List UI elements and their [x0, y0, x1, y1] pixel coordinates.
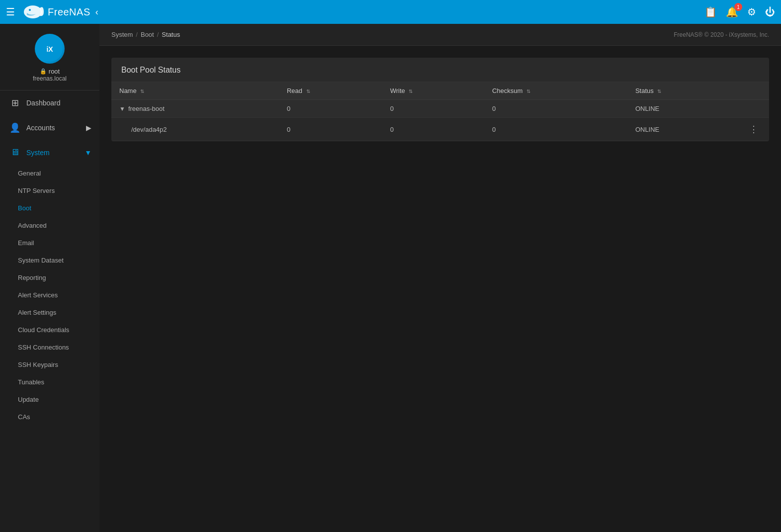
main-layout: iX 🔒 root freenas.local ⊞ Dashboard 👤 Ac… [0, 24, 781, 532]
table-header-row: Name ⇅ Read ⇅ Write ⇅ [111, 82, 769, 100]
table-row: /dev/ada4p2 0 0 0 ONLINE ⋮ [111, 118, 769, 141]
status-sort-icon: ⇅ [657, 89, 661, 94]
breadcrumb-sep-2: / [157, 31, 159, 38]
ix-logo-icon: iX [39, 38, 60, 59]
sidebar-item-ssh-keypairs[interactable]: SSH Keypairs [0, 356, 99, 373]
sidebar-item-email[interactable]: Email [0, 234, 99, 252]
row-name: ▼freenas-boot [111, 100, 279, 118]
sidebar-item-tunables[interactable]: Tunables [0, 373, 99, 391]
name-sort-icon: ⇅ [140, 89, 144, 94]
accounts-expand-icon: ▶ [86, 124, 91, 132]
system-expand-icon: ▼ [85, 149, 91, 157]
breadcrumb-boot[interactable]: Boot [141, 31, 154, 38]
hamburger-menu-button[interactable]: ☰ [6, 6, 15, 18]
notification-badge: 1 [734, 3, 742, 11]
sidebar-item-update[interactable]: Update [0, 391, 99, 408]
sidebar-item-cas[interactable]: CAs [0, 408, 99, 426]
card-title: Boot Pool Status [121, 66, 180, 74]
page-content: Boot Pool Status Name ⇅ Read ⇅ [99, 46, 781, 532]
col-name[interactable]: Name ⇅ [111, 82, 279, 100]
brand-name: FreeNAS [48, 6, 90, 18]
settings-icon[interactable]: ⚙ [747, 6, 756, 18]
topbar-left: ☰ FreeNAS ‹ [6, 3, 98, 21]
user-section: iX 🔒 root freenas.local [0, 24, 99, 90]
sidebar-item-cloud-credentials[interactable]: Cloud Credentials [0, 321, 99, 339]
sidebar-item-system[interactable]: 🖥 System ▼ [0, 140, 99, 165]
sidebar-item-boot[interactable]: Boot [0, 199, 99, 217]
power-icon[interactable]: ⏻ [765, 6, 775, 18]
sidebar-toggle-button[interactable]: ‹ [95, 7, 98, 17]
lock-icon: 🔒 [40, 68, 47, 75]
sidebar-item-alert-services[interactable]: Alert Services [0, 286, 99, 304]
user-host: freenas.local [33, 75, 67, 82]
svg-point-0 [24, 5, 42, 18]
breadcrumb-bar: System / Boot / Status FreeNAS® © 2020 -… [99, 24, 781, 46]
dashboard-icon: ⊞ [9, 97, 20, 108]
svg-point-1 [29, 9, 31, 11]
sidebar-item-advanced[interactable]: Advanced [0, 217, 99, 234]
row-write: 0 [382, 118, 484, 141]
app-logo: FreeNAS [22, 3, 90, 21]
row-read: 0 [279, 118, 382, 141]
svg-text:iX: iX [46, 45, 53, 53]
copyright: FreeNAS® © 2020 - iXsystems, Inc. [674, 31, 769, 38]
avatar-inner: iX [37, 36, 63, 62]
sidebar-item-general[interactable]: General [0, 165, 99, 182]
topbar-right: 📋 🔔 1 ⚙ ⏻ [704, 6, 775, 18]
content-area: System / Boot / Status FreeNAS® © 2020 -… [99, 24, 781, 532]
breadcrumb-system[interactable]: System [111, 31, 133, 38]
sidebar-item-system-dataset[interactable]: System Dataset [0, 252, 99, 269]
read-sort-icon: ⇅ [306, 89, 310, 94]
row-read: 0 [279, 100, 382, 118]
breadcrumb-sep-1: / [136, 31, 138, 38]
freenas-logo-icon [22, 3, 44, 21]
row-checksum: 0 [484, 118, 627, 141]
write-sort-icon: ⇅ [409, 89, 413, 94]
row-status: ONLINE [627, 100, 738, 118]
col-actions [738, 82, 769, 100]
boot-pool-card: Boot Pool Status Name ⇅ Read ⇅ [111, 58, 769, 141]
col-read[interactable]: Read ⇅ [279, 82, 382, 100]
breadcrumb-status: Status [162, 31, 180, 38]
row-name: /dev/ada4p2 [111, 118, 279, 141]
system-submenu: GeneralNTP ServersBootAdvancedEmailSyste… [0, 165, 99, 426]
col-status[interactable]: Status ⇅ [627, 82, 738, 100]
sidebar-item-reporting[interactable]: Reporting [0, 269, 99, 286]
accounts-icon: 👤 [9, 122, 20, 133]
sidebar-item-ntp-servers[interactable]: NTP Servers [0, 182, 99, 199]
col-checksum[interactable]: Checksum ⇅ [484, 82, 627, 100]
row-status: ONLINE [627, 118, 738, 141]
col-write[interactable]: Write ⇅ [382, 82, 484, 100]
tasks-icon[interactable]: 📋 [704, 6, 717, 18]
sidebar-item-dashboard[interactable]: ⊞ Dashboard [0, 90, 99, 115]
row-actions[interactable]: ⋮ [738, 118, 769, 141]
sidebar-item-alert-settings[interactable]: Alert Settings [0, 304, 99, 321]
row-checksum: 0 [484, 100, 627, 118]
topbar: ☰ FreeNAS ‹ 📋 🔔 1 ⚙ ⏻ [0, 0, 781, 24]
expand-chevron[interactable]: ▼ [119, 105, 125, 112]
sidebar-item-ssh-connections[interactable]: SSH Connections [0, 339, 99, 356]
sidebar: iX 🔒 root freenas.local ⊞ Dashboard 👤 Ac… [0, 24, 99, 532]
sidebar-item-accounts[interactable]: 👤 Accounts ▶ [0, 115, 99, 140]
boot-pool-table: Name ⇅ Read ⇅ Write ⇅ [111, 82, 769, 141]
table-row: ▼freenas-boot 0 0 0 ONLINE [111, 100, 769, 118]
card-header: Boot Pool Status [111, 58, 769, 82]
system-icon: 🖥 [9, 147, 20, 158]
row-write: 0 [382, 100, 484, 118]
breadcrumb: System / Boot / Status [111, 31, 180, 38]
row-actions [738, 100, 769, 118]
user-name: 🔒 root [40, 68, 60, 75]
row-actions-button[interactable]: ⋮ [746, 123, 761, 136]
avatar: iX [35, 34, 65, 64]
notifications-icon[interactable]: 🔔 1 [726, 6, 738, 18]
checksum-sort-icon: ⇅ [526, 89, 530, 94]
